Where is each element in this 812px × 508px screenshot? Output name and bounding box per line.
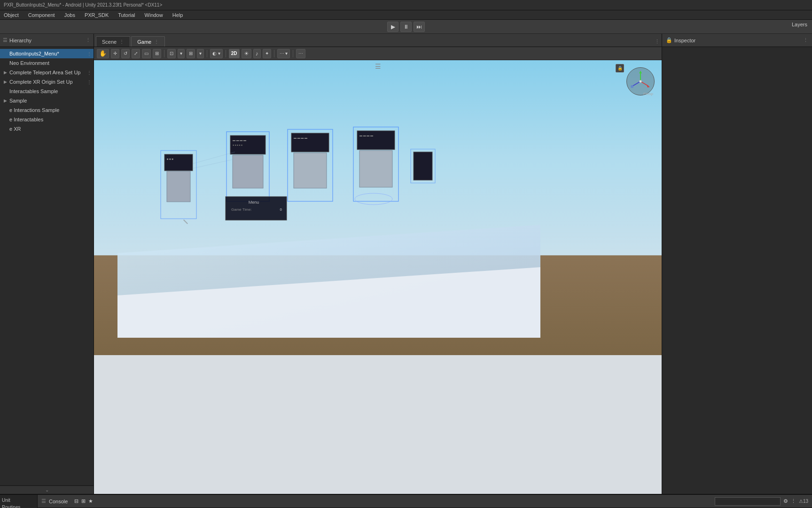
- gizmo-bg[interactable]: Persp: [626, 67, 655, 95]
- console-collapse-btn[interactable]: ⊞: [81, 498, 86, 504]
- tab-game-dots[interactable]: ⋮: [154, 39, 159, 44]
- toolbar: ▶ ⏸ ⏭ Layers: [0, 20, 812, 34]
- svg-rect-17: [288, 129, 333, 201]
- title-bar: PXR_ButtonInputs2_Menu* - Android | Unit…: [0, 0, 812, 10]
- menu-pxrsdk[interactable]: PXR_SDK: [83, 12, 110, 18]
- svg-line-26: [193, 159, 235, 168]
- render-mode-btn[interactable]: ◐ ▾: [210, 49, 223, 58]
- svg-rect-27: [226, 197, 287, 220]
- console-filter-btn[interactable]: ★: [88, 498, 93, 504]
- expand-arrow-icon: ▶: [4, 79, 9, 84]
- svg-rect-21: [353, 127, 398, 201]
- inspector-menu-icon[interactable]: ⋮: [803, 37, 808, 43]
- more-btn[interactable]: ⋯: [296, 49, 305, 58]
- svg-marker-2: [117, 225, 540, 338]
- svg-text:▬ ▬ ▬ ▬: ▬ ▬ ▬ ▬: [294, 136, 307, 139]
- svg-text:Menu: Menu: [249, 200, 259, 205]
- hier-item-label: Complete Teleport Area Set Up: [9, 70, 80, 75]
- menu-component[interactable]: Component: [26, 12, 57, 18]
- grid-dropdown[interactable]: ▾: [197, 49, 204, 58]
- hier-item-e-xr[interactable]: e XR: [0, 124, 94, 134]
- console-title: Console: [49, 499, 68, 504]
- svg-text:Game Time:: Game Time:: [231, 207, 252, 212]
- hierarchy-menu-icon[interactable]: ⋮: [86, 37, 91, 43]
- hier-item-neoenvironment[interactable]: Neo Environment: [0, 58, 94, 68]
- hierarchy-header: ☰ Hierarchy ⋮: [0, 34, 94, 47]
- play-button[interactable]: ▶: [387, 22, 398, 32]
- console-settings-btn[interactable]: ⚙: [783, 498, 788, 504]
- svg-rect-9: [230, 135, 265, 154]
- hier-item-label: e Interactables: [9, 117, 43, 122]
- svg-rect-8: [161, 151, 196, 219]
- hier-dots[interactable]: ⋮: [87, 51, 92, 56]
- transform-tool[interactable]: ⊞: [153, 49, 161, 58]
- hierarchy-scroll-btn[interactable]: ⌄: [0, 485, 94, 494]
- grid-btn[interactable]: ⊞: [187, 49, 195, 58]
- layers-button[interactable]: Layers: [792, 22, 807, 27]
- console-clear-btn[interactable]: ⊟: [74, 498, 78, 504]
- console-menu-btn[interactable]: ⋮: [791, 498, 796, 504]
- svg-point-37: [631, 85, 633, 88]
- svg-rect-31: [183, 220, 188, 224]
- svg-point-22: [355, 193, 392, 205]
- hierarchy-list: ButtonInputs2_Menu* ⋮ Neo Environment ▶ …: [0, 47, 94, 485]
- menu-jobs[interactable]: Jobs: [62, 12, 77, 18]
- menu-object[interactable]: Object: [2, 12, 21, 18]
- snap-dropdown[interactable]: ▾: [178, 49, 185, 58]
- audio-btn[interactable]: ♪: [253, 49, 261, 58]
- menu-help[interactable]: Help: [171, 12, 185, 18]
- viewport: ■ ■ ■ ▬ ▬ ▬ ▬ ■ ■ ■ ■ ■ ▬: [94, 60, 662, 494]
- tab-game[interactable]: Game ⋮: [131, 36, 165, 47]
- svg-rect-23: [414, 152, 432, 180]
- hier-item-teleport[interactable]: ▶ Complete Teleport Area Set Up ⋮: [0, 68, 94, 77]
- console-icon: ☰: [41, 498, 46, 504]
- svg-text:■ ■ ■: ■ ■ ■: [167, 158, 174, 160]
- 2d-toggle[interactable]: 2D: [229, 49, 240, 58]
- gizmos-btn[interactable]: ⋯ ▾: [277, 49, 290, 58]
- hier-item-e-interactions[interactable]: e Interactions Sample: [0, 105, 94, 115]
- hier-item-xrorigin[interactable]: ▶ Complete XR Origin Set Up ⋮: [0, 77, 94, 87]
- viewport-menu-btn[interactable]: ☰: [375, 63, 381, 70]
- lb-routines[interactable]: Routines: [2, 504, 35, 508]
- rect-tool[interactable]: ▭: [142, 49, 151, 58]
- fx-btn[interactable]: ✦: [263, 49, 271, 58]
- pause-button[interactable]: ⏸: [400, 22, 412, 32]
- tab-game-label: Game: [137, 39, 151, 45]
- console-header: ☰ Console ⊟ ⊞ ★ ⚙ ⋮ ⚠13: [38, 495, 812, 508]
- svg-rect-13: [226, 132, 269, 201]
- snap-btn[interactable]: ⊡: [167, 49, 176, 58]
- svg-text:▬ ▬ ▬ ▬: ▬ ▬ ▬ ▬: [233, 139, 246, 142]
- hier-item-sample[interactable]: ▶ Sample: [0, 96, 94, 105]
- hier-dots[interactable]: ⋮: [87, 79, 92, 85]
- step-button[interactable]: ⏭: [414, 22, 425, 32]
- console-search-input[interactable]: [715, 497, 781, 506]
- hier-item-buttoninputs[interactable]: ButtonInputs2_Menu* ⋮: [0, 49, 94, 58]
- sep3: [226, 50, 226, 57]
- hier-item-e-interactables[interactable]: e Interactables: [0, 115, 94, 124]
- viewport-controls: 🔒: [616, 64, 624, 72]
- svg-rect-16: [294, 153, 327, 188]
- hierarchy-title: Hierarchy: [9, 38, 31, 43]
- svg-rect-18: [357, 131, 395, 150]
- tab-scene-label: Scene: [102, 39, 117, 45]
- lighting-btn[interactable]: ☀: [242, 49, 251, 58]
- tab-scene-dots[interactable]: ⋮: [119, 39, 124, 44]
- hier-item-interactables-sample[interactable]: Interactables Sample: [0, 87, 94, 96]
- lock-icon: 🔒: [666, 37, 672, 43]
- rotate-tool[interactable]: ↺: [121, 49, 130, 58]
- scene-tabs-menu[interactable]: ⋮: [655, 39, 660, 47]
- menu-window[interactable]: Window: [143, 12, 165, 18]
- scene-tabs: Scene ⋮ Game ⋮ ⋮: [94, 34, 662, 47]
- scale-tool[interactable]: ⤢: [132, 49, 140, 58]
- hier-dots[interactable]: ⋮: [87, 70, 92, 75]
- move-tool[interactable]: ✛: [111, 49, 119, 58]
- lb-unit[interactable]: Unit: [2, 497, 35, 504]
- inspector-panel: 🔒 Inspector ⋮: [662, 34, 812, 494]
- svg-rect-12: [233, 155, 263, 188]
- viewport-lock-btn[interactable]: 🔒: [616, 64, 624, 72]
- hand-tool[interactable]: ✋: [97, 49, 109, 58]
- tab-scene[interactable]: Scene ⋮: [96, 36, 130, 47]
- main-layout: ☰ Hierarchy ⋮ ButtonInputs2_Menu* ⋮ Neo …: [0, 34, 812, 494]
- svg-rect-0: [94, 60, 662, 255]
- menu-tutorial[interactable]: Tutorial: [116, 12, 137, 18]
